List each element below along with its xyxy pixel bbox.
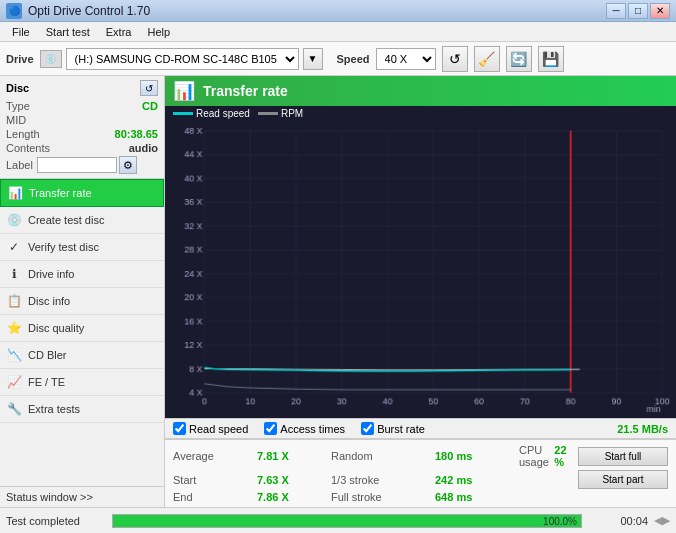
status-window-label: Status window >>	[6, 491, 93, 503]
nav-drive-info-label: Drive info	[28, 268, 74, 280]
start-full-button[interactable]: Start full	[578, 447, 668, 466]
disc-info-icon: 📋	[6, 293, 22, 309]
status-time: 00:04	[588, 515, 648, 527]
chart-header-icon: 📊	[173, 80, 195, 102]
content-area: 📊 Transfer rate Read speed RPM Read spee…	[165, 76, 676, 507]
stats-checkboxes: Read speed Access times Burst rate 21.5 …	[165, 418, 676, 439]
label-settings-button[interactable]: ⚙	[119, 156, 137, 174]
cd-bler-icon: 📉	[6, 347, 22, 363]
nav-disc-quality[interactable]: ⭐ Disc quality	[0, 315, 164, 342]
random-label: Random	[331, 450, 431, 462]
info-button[interactable]: 🔄	[506, 46, 532, 72]
average-value: 7.81 X	[257, 450, 327, 462]
end-value: 7.86 X	[257, 491, 327, 503]
status-media-icon: ◀▶	[654, 514, 670, 527]
cpu-value: 22 %	[554, 444, 570, 468]
access-times-checkbox-item[interactable]: Access times	[264, 422, 345, 435]
disc-mid-row: MID	[6, 114, 158, 126]
menu-start-test[interactable]: Start test	[38, 24, 98, 40]
burst-rate-checkbox[interactable]	[361, 422, 374, 435]
chart-area	[165, 121, 676, 418]
drive-label: Drive	[6, 53, 34, 65]
progress-bar-fill	[113, 515, 581, 527]
nav-fe-te-label: FE / TE	[28, 376, 65, 388]
status-window-button[interactable]: Status window >>	[0, 486, 164, 507]
disc-quality-icon: ⭐	[6, 320, 22, 336]
legend-read-speed: Read speed	[173, 108, 250, 119]
burst-rate-checkbox-item[interactable]: Burst rate	[361, 422, 425, 435]
minimize-button[interactable]: ─	[606, 3, 626, 19]
nav-drive-info[interactable]: ℹ Drive info	[0, 261, 164, 288]
access-times-checkbox[interactable]	[264, 422, 277, 435]
sidebar: Disc ↺ Type CD MID Length 80:38.65 Conte…	[0, 76, 165, 507]
nav-cd-bler-label: CD Bler	[28, 349, 67, 361]
read-speed-checkbox-item[interactable]: Read speed	[173, 422, 248, 435]
disc-contents-label: Contents	[6, 142, 50, 154]
read-speed-checkbox-label: Read speed	[189, 423, 248, 435]
nav-cd-bler[interactable]: 📉 CD Bler	[0, 342, 164, 369]
drive-down-arrow[interactable]: ▼	[303, 48, 323, 70]
legend-read-speed-label: Read speed	[196, 108, 250, 119]
app-icon: 🔵	[6, 3, 22, 19]
toolbar: Drive 💿 (H:) SAMSUNG CD-ROM SC-148C B105…	[0, 42, 676, 76]
nav-disc-info[interactable]: 📋 Disc info	[0, 288, 164, 315]
nav-extra-tests-label: Extra tests	[28, 403, 80, 415]
onethird-stroke-value: 242 ms	[435, 474, 515, 486]
nav-create-test-disc[interactable]: 💿 Create test disc	[0, 207, 164, 234]
speed-label: Speed	[337, 53, 370, 65]
chart-header: 📊 Transfer rate	[165, 76, 676, 106]
onethird-stroke-label: 1/3 stroke	[331, 474, 431, 486]
rpm-color	[258, 112, 278, 115]
status-text: Test completed	[6, 515, 106, 527]
statusbar: Test completed 100.0% 00:04 ◀▶	[0, 507, 676, 533]
drive-icon: 💿	[40, 50, 62, 68]
start-label: Start	[173, 474, 253, 486]
fe-te-icon: 📈	[6, 374, 22, 390]
menu-extra[interactable]: Extra	[98, 24, 140, 40]
erase-button[interactable]: 🧹	[474, 46, 500, 72]
refresh-button[interactable]: ↺	[442, 46, 468, 72]
menu-file[interactable]: File	[4, 24, 38, 40]
transfer-rate-icon: 📊	[7, 185, 23, 201]
drive-info-icon: ℹ	[6, 266, 22, 282]
start-part-button[interactable]: Start part	[578, 470, 668, 489]
nav-transfer-rate-label: Transfer rate	[29, 187, 92, 199]
disc-label-text: Label	[6, 159, 33, 171]
drive-select[interactable]: (H:) SAMSUNG CD-ROM SC-148C B105	[66, 48, 299, 70]
speed-select[interactable]: 40 X Max 8 X 16 X 24 X 32 X 48 X	[376, 48, 436, 70]
start-value: 7.63 X	[257, 474, 327, 486]
end-label: End	[173, 491, 253, 503]
progress-bar: 100.0%	[112, 514, 582, 528]
maximize-button[interactable]: □	[628, 3, 648, 19]
nav-create-test-disc-label: Create test disc	[28, 214, 104, 226]
random-value: 180 ms	[435, 450, 515, 462]
legend-rpm: RPM	[258, 108, 303, 119]
nav-transfer-rate[interactable]: 📊 Transfer rate	[0, 179, 164, 207]
cpu-label: CPU usage	[519, 444, 554, 468]
disc-contents-row: Contents audio	[6, 142, 158, 154]
verify-test-disc-icon: ✓	[6, 239, 22, 255]
disc-section-title: Disc	[6, 82, 29, 94]
close-button[interactable]: ✕	[650, 3, 670, 19]
disc-length-row: Length 80:38.65	[6, 128, 158, 140]
access-times-checkbox-label: Access times	[280, 423, 345, 435]
legend-rpm-label: RPM	[281, 108, 303, 119]
nav-fe-te[interactable]: 📈 FE / TE	[0, 369, 164, 396]
full-stroke-value: 648 ms	[435, 491, 515, 503]
disc-label-input[interactable]	[37, 157, 117, 173]
disc-mid-label: MID	[6, 114, 26, 126]
save-button[interactable]: 💾	[538, 46, 564, 72]
nav-extra-tests[interactable]: 🔧 Extra tests	[0, 396, 164, 423]
chart-legend: Read speed RPM	[165, 106, 676, 121]
nav-disc-info-label: Disc info	[28, 295, 70, 307]
menu-help[interactable]: Help	[139, 24, 178, 40]
menubar: File Start test Extra Help	[0, 22, 676, 42]
disc-length-label: Length	[6, 128, 40, 140]
nav-verify-test-disc[interactable]: ✓ Verify test disc	[0, 234, 164, 261]
progress-percent: 100.0%	[543, 515, 577, 529]
disc-refresh-button[interactable]: ↺	[140, 80, 158, 96]
stats-panel: Average 7.81 X Random 180 ms CPU usage 2…	[165, 439, 676, 507]
extra-tests-icon: 🔧	[6, 401, 22, 417]
read-speed-checkbox[interactable]	[173, 422, 186, 435]
average-label: Average	[173, 450, 253, 462]
